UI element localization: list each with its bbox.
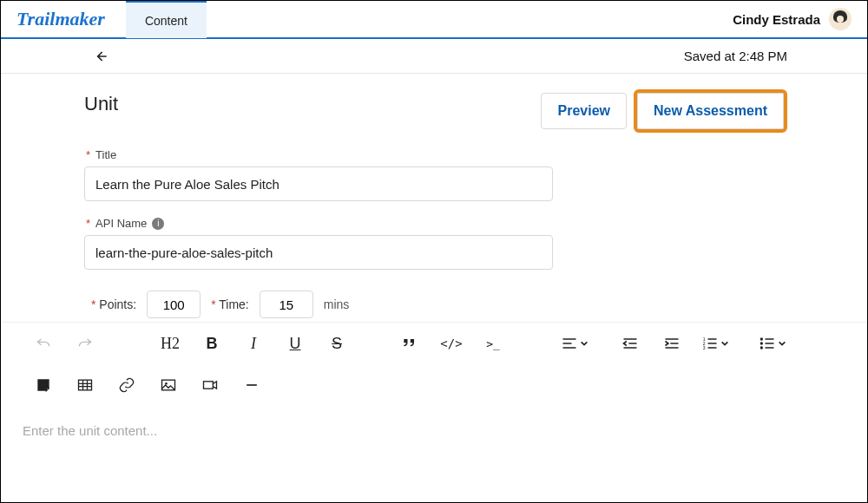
chevron-down-icon <box>720 336 729 351</box>
hr-button[interactable] <box>240 373 264 397</box>
page-title: Unit <box>84 93 118 115</box>
toolbar-row-2 <box>2 364 866 406</box>
bullet-list-button[interactable] <box>759 335 786 352</box>
required-mark: * <box>86 217 90 230</box>
ordered-list-button[interactable]: 123 <box>701 335 729 352</box>
svg-rect-9 <box>204 382 214 389</box>
editor: H2 B I U S </> >_ 123 <box>2 322 866 501</box>
link-button[interactable] <box>115 373 139 397</box>
ordered-list-icon: 123 <box>701 335 719 352</box>
video-button[interactable] <box>198 373 222 397</box>
new-assessment-button-label: New Assessment <box>654 103 767 119</box>
preview-button[interactable]: Preview <box>541 93 626 129</box>
indent-increase-icon <box>663 335 681 352</box>
toolbar-row-1: H2 B I U S </> >_ 123 <box>2 323 866 364</box>
saved-status: Saved at 2:48 PM <box>684 49 787 63</box>
svg-point-3 <box>760 337 763 340</box>
back-button[interactable] <box>88 43 114 69</box>
align-button[interactable] <box>561 335 589 352</box>
api-name-input[interactable] <box>84 235 553 270</box>
bold-label: B <box>207 335 218 353</box>
svg-rect-6 <box>79 380 92 390</box>
api-name-field: * API Name i <box>84 217 553 270</box>
required-mark: * <box>86 148 90 161</box>
tab-content[interactable]: Content <box>126 0 207 38</box>
editor-placeholder: Enter the unit content... <box>23 423 157 438</box>
logo-word-b: maker <box>55 8 104 29</box>
bold-button[interactable]: B <box>200 331 224 356</box>
svg-point-5 <box>760 346 763 349</box>
terminal-label: >_ <box>486 337 500 350</box>
points-label: Points: <box>99 297 136 311</box>
arrow-left-icon <box>92 48 109 65</box>
sticky-note-icon <box>35 376 52 394</box>
redo-button[interactable] <box>73 331 97 356</box>
indent-increase-button[interactable] <box>660 331 684 356</box>
codeblock-button[interactable]: </> <box>439 331 464 356</box>
main-area: Unit Preview New Assessment * Title <box>1 74 867 318</box>
video-icon <box>201 376 219 394</box>
title-input[interactable] <box>84 167 553 201</box>
time-label: Time: <box>219 297 248 311</box>
user-name: Cindy Estrada <box>733 12 820 27</box>
redo-icon <box>76 335 94 352</box>
table-icon <box>76 376 94 394</box>
italic-button[interactable]: I <box>241 331 266 356</box>
blockquote-button[interactable] <box>398 331 422 356</box>
api-name-label: API Name <box>95 217 147 230</box>
title-field: * Title <box>84 148 553 201</box>
codeblock-label: </> <box>440 336 462 350</box>
mins-label: mins <box>324 297 350 311</box>
editor-body[interactable]: Enter the unit content... <box>2 406 866 456</box>
image-icon <box>160 376 177 394</box>
svg-text:3: 3 <box>703 345 706 350</box>
image-button[interactable] <box>156 373 181 397</box>
quote-icon <box>401 335 418 352</box>
strike-label: S <box>332 335 342 353</box>
minus-icon <box>243 376 260 394</box>
info-icon[interactable]: i <box>152 218 164 230</box>
required-mark: * <box>91 297 95 311</box>
terminal-button[interactable]: >_ <box>481 331 505 356</box>
avatar[interactable] <box>829 8 852 30</box>
heading2-label: H2 <box>161 335 180 353</box>
title-label: Title <box>95 148 116 161</box>
tab-content-label: Content <box>145 14 187 28</box>
chevron-down-icon <box>778 336 786 351</box>
underline-label: U <box>290 335 301 353</box>
top-bar: Trailmaker Content Cindy Estrada <box>1 1 867 39</box>
chevron-down-icon <box>580 336 589 351</box>
strike-button[interactable]: S <box>325 331 349 356</box>
points-input[interactable] <box>147 291 201 318</box>
italic-label: I <box>251 335 256 353</box>
heading2-button[interactable]: H2 <box>158 331 182 356</box>
indent-decrease-button[interactable] <box>618 331 642 356</box>
logo-word-a: Trail <box>16 8 55 29</box>
align-left-icon <box>561 335 578 352</box>
time-input[interactable] <box>260 291 313 318</box>
preview-button-label: Preview <box>557 103 609 119</box>
table-button[interactable] <box>73 373 97 397</box>
secondary-bar: Saved at 2:48 PM <box>1 39 867 74</box>
undo-icon <box>35 335 52 352</box>
underline-button[interactable]: U <box>283 331 307 356</box>
required-mark: * <box>211 297 215 311</box>
bullet-list-icon <box>759 335 776 352</box>
link-icon <box>118 376 135 394</box>
undo-button[interactable] <box>31 331 56 356</box>
new-assessment-button[interactable]: New Assessment <box>637 93 784 129</box>
indent-decrease-icon <box>621 335 639 352</box>
svg-point-4 <box>760 342 763 344</box>
app-logo: Trailmaker <box>16 8 105 30</box>
note-button[interactable] <box>31 373 56 397</box>
